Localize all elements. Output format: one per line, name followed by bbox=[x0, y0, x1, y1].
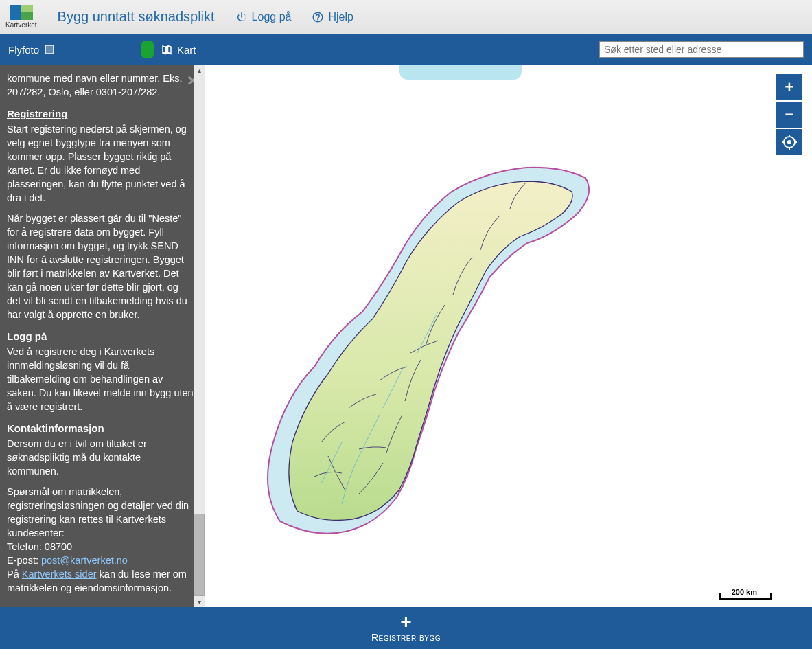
contact-email-link[interactable]: post@kartverket.no bbox=[41, 555, 128, 566]
flyfoto-label: Flyfoto bbox=[8, 44, 39, 56]
map-toolbar: Flyfoto Kart bbox=[0, 34, 812, 65]
app-header: Kartverket Bygg unntatt søknadsplikt Log… bbox=[0, 0, 812, 34]
contact-email-label: E-post: bbox=[7, 555, 41, 566]
p-contact-1: Dersom du er i tvil om tiltaket er søkna… bbox=[7, 437, 195, 478]
register-bygg-label: Registrer bygg bbox=[371, 632, 441, 643]
scroll-down-icon[interactable]: ▾ bbox=[194, 596, 205, 607]
norway-map-icon bbox=[239, 133, 596, 559]
sidebar-content[interactable]: kommune med navn eller nummer. Eks. 207/… bbox=[0, 65, 205, 607]
p-reg-2: Når bygget er plassert går du til "Neste… bbox=[7, 212, 195, 321]
heading-registrering: Registrering bbox=[7, 107, 195, 121]
intro-fragment: kommune med navn eller nummer. Eks. 207/… bbox=[7, 71, 195, 99]
help-label: Hjelp bbox=[328, 11, 353, 23]
p-contact-2: Spørsmål om matrikkelen, registreringslø… bbox=[7, 485, 195, 595]
app-title: Bygg unntatt søknadsplikt bbox=[58, 9, 215, 25]
toggle-knob[interactable] bbox=[141, 41, 154, 58]
zoom-out-button[interactable]: − bbox=[776, 102, 802, 128]
logo[interactable]: Kartverket bbox=[5, 5, 37, 29]
kart-label: Kart bbox=[177, 44, 196, 56]
zoom-in-button[interactable]: + bbox=[776, 74, 802, 100]
login-label: Logg på bbox=[252, 11, 292, 23]
p-contact-2a: Spørsmål om matrikkelen, registreringslø… bbox=[7, 486, 189, 538]
scrollbar-track[interactable]: ▴ ▾ bbox=[194, 65, 205, 607]
login-button[interactable]: Logg på bbox=[235, 11, 292, 23]
map-canvas[interactable]: + − 200 km bbox=[205, 65, 812, 607]
flyfoto-toggle[interactable]: Flyfoto bbox=[8, 43, 56, 56]
p-contact-3a: På bbox=[7, 569, 22, 580]
logo-caption: Kartverket bbox=[5, 21, 37, 29]
map-controls: + − bbox=[776, 74, 802, 155]
contact-phone: Telefon: 08700 bbox=[7, 541, 72, 552]
scrollbar-thumb[interactable] bbox=[194, 514, 205, 596]
power-icon bbox=[235, 11, 248, 23]
scale-bar: 200 km bbox=[719, 592, 797, 600]
locate-button[interactable] bbox=[776, 129, 802, 155]
divider bbox=[67, 40, 67, 59]
locate-icon bbox=[781, 134, 798, 150]
info-sidebar: × kommune med navn eller nummer. Eks. 20… bbox=[0, 65, 205, 607]
p-reg-1: Start registering nederst på skjermen, o… bbox=[7, 122, 195, 205]
main-area: × kommune med navn eller nummer. Eks. 20… bbox=[0, 65, 812, 607]
scale-label: 200 km bbox=[732, 588, 757, 596]
basemap-toggle-track[interactable] bbox=[78, 43, 154, 56]
help-icon bbox=[312, 11, 324, 23]
map-hint-badge bbox=[399, 65, 522, 80]
map-icon bbox=[161, 43, 173, 56]
kartverket-logo-icon bbox=[10, 5, 33, 20]
heading-logg-pa: Logg på bbox=[7, 330, 195, 343]
plus-icon: + bbox=[400, 614, 411, 630]
help-button[interactable]: Hjelp bbox=[312, 11, 353, 23]
aerial-icon bbox=[43, 43, 56, 56]
kartverket-link[interactable]: Kartverkets sider bbox=[22, 569, 97, 580]
svg-point-1 bbox=[787, 140, 791, 144]
p-login: Ved å registrere deg i Kartverkets innme… bbox=[7, 345, 195, 413]
register-bygg-button[interactable]: + Registrer bygg bbox=[0, 607, 812, 649]
heading-kontakt: Kontaktinformasjon bbox=[7, 422, 195, 435]
kart-toggle[interactable]: Kart bbox=[161, 43, 196, 56]
search-input[interactable] bbox=[599, 41, 804, 58]
scroll-up-icon[interactable]: ▴ bbox=[194, 65, 205, 76]
